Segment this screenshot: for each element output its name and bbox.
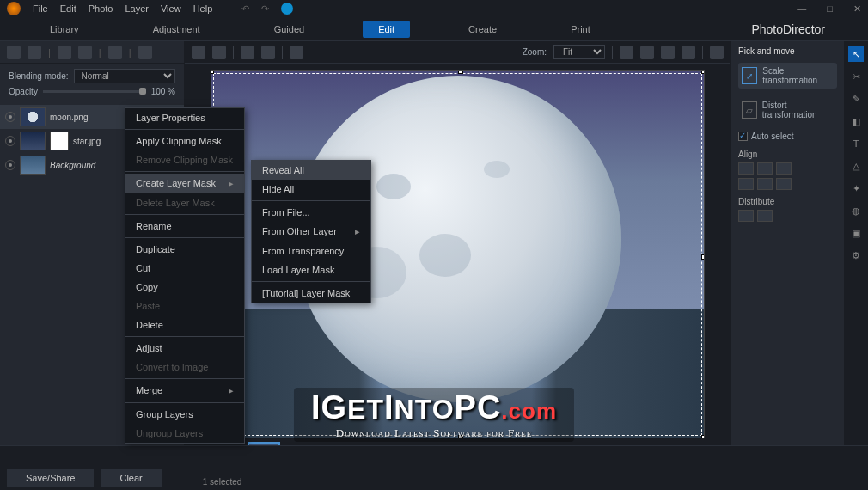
align-center-v-button[interactable]: [757, 178, 773, 190]
snap-icon[interactable]: [290, 46, 303, 59]
flip-h-icon[interactable]: [661, 46, 675, 59]
ctx-item-adjust[interactable]: Adjust: [125, 339, 244, 358]
magic-tool-icon[interactable]: ✦: [848, 181, 864, 196]
selection-handle-mr[interactable]: [701, 254, 705, 260]
save-share-button[interactable]: Save/Share: [7, 469, 94, 487]
ctx-item-group-layers[interactable]: Group Layers: [125, 405, 244, 424]
flip-v-icon[interactable]: [682, 46, 695, 59]
watermark: IGETINTOPC.com Download Latest Software …: [294, 388, 574, 442]
selection-handle-tr[interactable]: [701, 70, 705, 74]
blending-mode-select[interactable]: Normal: [74, 69, 176, 83]
scale-transform-button[interactable]: ⤢ Scale transformation: [738, 63, 837, 89]
menu-file[interactable]: File: [33, 3, 48, 14]
tab-library[interactable]: Library: [34, 21, 95, 38]
align-left-button[interactable]: [738, 162, 754, 175]
menu-help[interactable]: Help: [193, 3, 213, 14]
shape-tool-icon[interactable]: △: [848, 158, 864, 174]
menu-item-label: Layer Properties: [136, 113, 205, 123]
distort-icon: ▱: [742, 101, 757, 119]
fx-icon[interactable]: [78, 46, 92, 59]
distribute-v-button[interactable]: [757, 210, 773, 222]
selection-handle-tm[interactable]: [458, 70, 463, 74]
ctx-item-delete[interactable]: Delete: [125, 315, 244, 334]
move-tool-icon[interactable]: ↖: [848, 46, 864, 62]
submenu-item-from-transparency[interactable]: From Transparency: [252, 242, 370, 260]
blur-tool-icon[interactable]: ◍: [848, 203, 864, 218]
tab-create[interactable]: Create: [453, 21, 512, 38]
align-center-h-button[interactable]: [757, 162, 773, 175]
menu-view[interactable]: View: [161, 3, 181, 14]
mask-icon[interactable]: [58, 46, 71, 59]
submenu-item-hide-all[interactable]: Hide All: [252, 180, 370, 199]
view-mode-icon[interactable]: [192, 46, 205, 59]
opacity-slider[interactable]: [43, 90, 146, 93]
selection-handle-br[interactable]: [701, 435, 705, 438]
text-tool-icon[interactable]: T: [848, 136, 864, 151]
selection-handle-tl[interactable]: [211, 70, 214, 74]
submenu-item-from-other-layer[interactable]: From Other Layer▸: [252, 222, 370, 242]
ctx-item-cut[interactable]: Cut: [125, 259, 244, 278]
pen-tool-icon[interactable]: ✎: [848, 91, 864, 107]
bottom-bar: Save/Share Clear 1 selected: [0, 445, 868, 490]
delete-layer-icon[interactable]: [138, 46, 152, 59]
clear-button[interactable]: Clear: [101, 469, 161, 487]
settings-tool-icon[interactable]: ⚙: [848, 248, 864, 263]
align-right-button[interactable]: [776, 162, 792, 175]
layer-thumbnail: [20, 156, 46, 175]
visibility-icon[interactable]: [5, 112, 15, 122]
align-bottom-button[interactable]: [776, 178, 792, 190]
window-minimize-icon[interactable]: —: [797, 3, 806, 14]
ctx-item-copy[interactable]: Copy: [125, 278, 244, 297]
submenu-item-reveal-all[interactable]: Reveal All: [252, 161, 370, 180]
window-maximize-icon[interactable]: □: [827, 3, 833, 14]
undo-icon[interactable]: ↶: [241, 3, 249, 15]
rotate-right-icon[interactable]: [640, 46, 654, 59]
add-image-icon[interactable]: [28, 46, 41, 59]
menu-item-label: Create Layer Mask: [136, 178, 216, 189]
filter-icon[interactable]: [108, 46, 122, 59]
tab-edit[interactable]: Edit: [363, 21, 410, 38]
crop-tool-icon[interactable]: ✂: [848, 69, 864, 84]
window-close-icon[interactable]: ✕: [853, 3, 861, 15]
guides-icon[interactable]: [261, 46, 275, 59]
submenu-item-load-layer-mask[interactable]: Load Layer Mask: [252, 260, 370, 279]
watermark-subtitle: Download Latest Software for Free: [311, 426, 557, 440]
fill-tool-icon[interactable]: ▣: [848, 225, 864, 241]
ctx-item-create-layer-mask[interactable]: Create Layer Mask▸: [125, 174, 244, 193]
add-layer-icon[interactable]: [7, 46, 21, 59]
menu-item-label: Group Layers: [136, 409, 193, 420]
menu-separator: [125, 336, 244, 337]
menu-layer[interactable]: Layer: [125, 3, 149, 14]
submenu-item-from-file-[interactable]: From File...: [252, 203, 370, 222]
menu-item-label: Remove Clipping Mask: [136, 155, 233, 165]
ctx-item-merge[interactable]: Merge▸: [125, 381, 244, 401]
grid-icon[interactable]: [241, 46, 254, 59]
zoom-select[interactable]: Fit: [553, 45, 605, 59]
menu-photo[interactable]: Photo: [89, 3, 113, 14]
eraser-tool-icon[interactable]: ◧: [848, 113, 864, 129]
zoom-label: Zoom:: [523, 47, 547, 57]
checkbox-icon: [738, 132, 748, 141]
ctx-item-apply-clipping-mask[interactable]: Apply Clipping Mask: [125, 132, 244, 150]
auto-select-checkbox[interactable]: Auto select: [738, 132, 837, 141]
tab-guided[interactable]: Guided: [259, 21, 320, 38]
ctx-item-layer-properties[interactable]: Layer Properties: [125, 108, 244, 127]
tab-adjustment[interactable]: Adjustment: [138, 21, 216, 38]
menu-edit[interactable]: Edit: [60, 3, 76, 14]
visibility-icon[interactable]: [5, 136, 15, 146]
ctx-item-rename[interactable]: Rename: [125, 217, 244, 236]
align-top-button[interactable]: [738, 178, 754, 190]
distort-transform-button[interactable]: ▱ Distort transformation: [738, 97, 837, 123]
cloud-icon[interactable]: [281, 3, 293, 15]
distribute-h-button[interactable]: [738, 210, 754, 222]
ctx-item-duplicate[interactable]: Duplicate: [125, 240, 244, 259]
rotate-left-icon[interactable]: [620, 46, 633, 59]
submenu-item--tutorial-layer-mask[interactable]: [Tutorial] Layer Mask: [252, 284, 370, 303]
redo-icon[interactable]: ↷: [261, 3, 269, 15]
tab-print[interactable]: Print: [555, 21, 606, 38]
visibility-icon[interactable]: [5, 160, 15, 170]
submenu-arrow-icon: ▸: [229, 178, 234, 189]
watermark-title: IGETINTOPC.com: [311, 389, 557, 426]
compare-icon[interactable]: [212, 46, 226, 59]
fullscreen-icon[interactable]: [710, 46, 724, 59]
